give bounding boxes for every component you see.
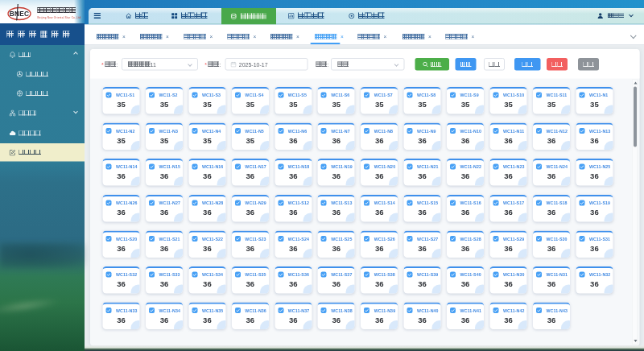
svg-text:BNEC: BNEC: [10, 10, 29, 18]
